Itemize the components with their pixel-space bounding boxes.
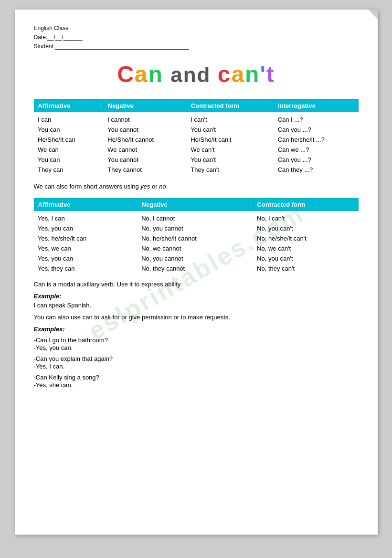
cell-neg-3: He/She/It cannot — [104, 135, 187, 145]
t2-neg-1: No, I cannot — [138, 211, 253, 224]
table-row: They can They cannot They can't Can they… — [34, 165, 358, 175]
table-row: Yes, I can No, I cannot No, I can't — [34, 211, 358, 224]
qa-question-1: -Can I go to the bathroom? — [34, 337, 359, 344]
worksheet-page: eslprintables.com English Class Date:__/… — [15, 10, 378, 535]
qa-answer-2: -Yes, I can. — [34, 363, 359, 370]
table1-header-affirmative: Affirmative — [34, 99, 104, 112]
table-row: You can You cannot You can't Can you ...… — [34, 155, 358, 165]
t2-aff-5: Yes, you can — [34, 253, 138, 263]
qa-answer-3: -Yes, she can. — [34, 381, 359, 389]
table-row: Yes, you can No, you cannot No, you can'… — [34, 253, 358, 263]
qa-answer-1: -Yes, you can. — [34, 344, 359, 351]
cell-aff-4: We can — [34, 145, 104, 155]
cell-int-2: Can you ...? — [274, 125, 358, 135]
t2-cont-6: No, they can't — [253, 263, 358, 274]
table2-header-contracted: Contracted form — [253, 199, 358, 211]
cell-aff-6: They can — [34, 165, 104, 175]
t2-cont-1: No, I can't — [253, 211, 358, 224]
t2-aff-2: Yes, you can — [34, 223, 138, 233]
t2-aff-3: Yes, he/she/it can — [34, 233, 138, 243]
qa-question-3: -Can Kelly sing a song? — [34, 374, 359, 381]
qa-question-2: -Can you explain that again? — [34, 355, 359, 362]
qa-block-2: -Can you explain that again? -Yes, I can… — [34, 355, 359, 370]
cell-cont-4: We can't — [187, 145, 274, 155]
modal-description: Can is a modal auxiliary verb. Use it to… — [34, 281, 359, 288]
cell-neg-5: You cannot — [104, 155, 187, 165]
t2-cont-2: No, you can't — [253, 223, 358, 233]
cell-cont-3: He/She/It can't — [187, 135, 274, 145]
table1-header-negative: Negative — [104, 99, 187, 112]
table1-section: Affirmative Negative Contracted form Int… — [34, 99, 359, 175]
t2-aff-4: Yes, we can — [34, 243, 138, 253]
t2-cont-4: No, we can't — [253, 243, 358, 253]
t2-neg-2: No, you cannot — [138, 223, 253, 233]
cell-int-5: Can you ...? — [274, 155, 358, 165]
examples-label: Examples: — [34, 326, 359, 333]
qa-block-1: -Can I go to the bathroom? -Yes, you can… — [34, 337, 359, 351]
table-row: You can You cannot You can't Can you ...… — [34, 125, 358, 135]
t2-aff-1: Yes, I can — [34, 211, 138, 224]
main-title: Can and can't — [34, 61, 359, 87]
cell-aff-2: You can — [34, 125, 104, 135]
t2-neg-5: No, you cannot — [138, 253, 253, 263]
table2-header-affirmative: Affirmative — [34, 199, 138, 211]
table-row: Yes, they can No, they cannot No, they c… — [34, 263, 358, 274]
table-row: Yes, we can No, we cannot No, we can't — [34, 243, 358, 253]
cell-cont-2: You can't — [187, 125, 274, 135]
date-label: Date:__/__/______ — [34, 33, 359, 42]
t2-neg-4: No, we cannot — [138, 243, 253, 253]
table2-header-negative: Negative — [138, 199, 253, 211]
cell-int-6: Can they ...? — [274, 165, 358, 175]
cell-cont-1: I can't — [187, 112, 274, 125]
t2-cont-3: No, he/she/it can't — [253, 233, 358, 243]
table-row: He/She/It can He/She/It cannot He/She/It… — [34, 135, 358, 145]
cell-aff-5: You can — [34, 155, 104, 165]
cell-int-1: Can I ...? — [274, 112, 358, 125]
title-area: Can and can't — [34, 61, 359, 87]
header-info: English Class Date:__/__/______ Student:… — [34, 24, 359, 52]
t2-neg-3: No, he/she/it cannot — [138, 233, 253, 243]
cell-aff-3: He/She/It can — [34, 135, 104, 145]
table2-section: Affirmative Negative Contracted form Yes… — [34, 198, 359, 274]
example-label: Example: — [34, 293, 359, 300]
t2-cont-5: No, you can't — [253, 253, 358, 263]
table-row: We can We cannot We can't Can we ...? — [34, 145, 358, 155]
t2-aff-6: Yes, they can — [34, 263, 138, 274]
short-answers-note: We can also form short answers using yes… — [34, 182, 359, 191]
table-row: Yes, he/she/it can No, he/she/it cannot … — [34, 233, 358, 243]
cell-neg-1: I cannot — [104, 112, 187, 125]
t2-neg-6: No, they cannot — [138, 263, 253, 274]
table-row: Yes, you can No, you cannot No, you can'… — [34, 223, 358, 233]
cell-cont-5: You can't — [187, 155, 274, 165]
qa-block-3: -Can Kelly sing a song? -Yes, she can. — [34, 374, 359, 389]
table1-header-contracted: Contracted form — [187, 99, 274, 112]
cell-aff-1: I can — [34, 112, 104, 125]
cell-neg-4: We cannot — [104, 145, 187, 155]
table-row: I can I cannot I can't Can I ...? — [34, 112, 358, 125]
student-label: Student:________________________________… — [34, 42, 359, 51]
class-label: English Class — [34, 24, 359, 33]
cell-neg-2: You cannot — [104, 125, 187, 135]
table1-header-interrogative: Interrogative — [274, 99, 358, 112]
cell-int-4: Can we ...? — [274, 145, 358, 155]
example-sentence: I can speak Spanish. — [34, 302, 359, 309]
permission-text: You can also use can to ask for or give … — [34, 314, 359, 321]
cell-cont-6: They can't — [187, 165, 274, 175]
short-answers-table: Affirmative Negative Contracted form Yes… — [34, 198, 359, 274]
conjugation-table: Affirmative Negative Contracted form Int… — [34, 99, 359, 175]
cell-int-3: Can he/she/it ...? — [274, 135, 358, 145]
cell-neg-6: They cannot — [104, 165, 187, 175]
